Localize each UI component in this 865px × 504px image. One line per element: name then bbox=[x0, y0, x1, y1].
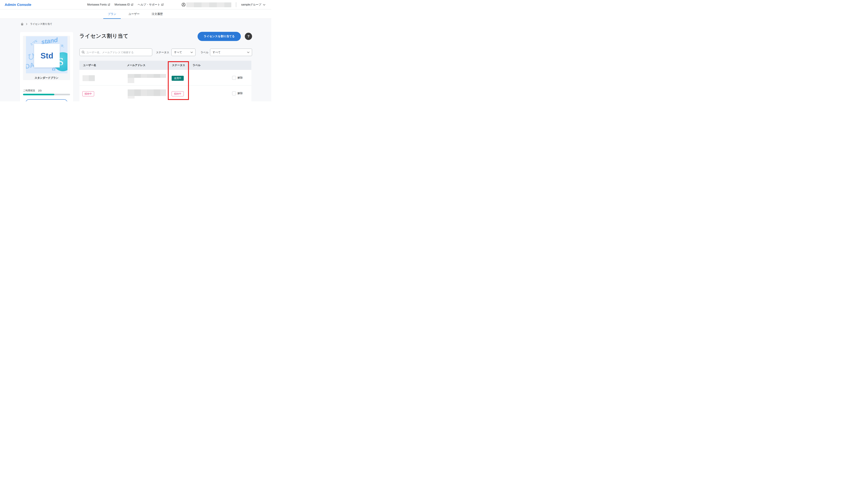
top-nav: Morisawa Fonts Morisawa ID ヘルプ・サポート bbox=[87, 0, 164, 9]
breadcrumb-current: ライセンス割り当て bbox=[30, 23, 52, 26]
plan-image: とつな stand 世。 ひ DAR d S Std bbox=[26, 36, 68, 73]
app-header: Admin Console Morisawa Fonts Morisawa ID… bbox=[0, 0, 271, 9]
search-input[interactable] bbox=[86, 51, 150, 54]
nav-link-label: Morisawa Fonts bbox=[87, 3, 107, 6]
redacted-email bbox=[128, 90, 166, 96]
plan-detail-button[interactable] bbox=[25, 99, 68, 101]
usage-label: ご利用状況 bbox=[23, 89, 35, 92]
tabs: プラン ユーザー 注文履歴 bbox=[103, 9, 167, 19]
usage-progress-fill bbox=[23, 94, 54, 95]
plan-name: スタンダードプラン bbox=[23, 76, 70, 80]
release-checkbox[interactable] bbox=[232, 92, 236, 95]
admin-console-page: Admin Console Morisawa Fonts Morisawa ID… bbox=[0, 0, 271, 101]
invited-name-badge: 招待中 bbox=[82, 91, 94, 96]
redacted-email bbox=[128, 74, 166, 78]
label-filter-label: ラベル bbox=[200, 51, 208, 54]
external-link-icon bbox=[108, 3, 110, 6]
tab-bar: プラン ユーザー 注文履歴 bbox=[0, 9, 271, 19]
group-selector[interactable]: sampleグループ bbox=[241, 0, 265, 9]
redacted-email bbox=[128, 96, 135, 98]
table-row: 招待中 招待中 解除 bbox=[79, 85, 251, 101]
col-label: ラベル bbox=[193, 61, 200, 70]
release-label[interactable]: 解除 bbox=[238, 92, 243, 95]
search-icon bbox=[82, 51, 85, 54]
nav-link-label: Morisawa ID bbox=[115, 3, 130, 6]
help-button[interactable]: ? bbox=[245, 33, 252, 40]
chevron-down-icon bbox=[191, 51, 193, 53]
home-icon[interactable] bbox=[21, 23, 24, 25]
plan-card: とつな stand 世。 ひ DAR d S Std スタンダードプラン ご利用… bbox=[20, 32, 73, 101]
status-badge: 使用中 bbox=[172, 76, 184, 81]
usage-value: 2/3 bbox=[38, 89, 41, 92]
search-box bbox=[79, 48, 152, 56]
group-selector-label: sampleグループ bbox=[241, 3, 262, 7]
tab-order-history[interactable]: 注文履歴 bbox=[147, 9, 167, 19]
col-email: メールアドレス bbox=[127, 61, 146, 70]
nav-link-help-support[interactable]: ヘルプ・サポート bbox=[138, 3, 164, 7]
release-label[interactable]: 解除 bbox=[238, 76, 243, 79]
user-avatar-icon bbox=[182, 3, 186, 7]
status-filter-label: ステータス bbox=[156, 51, 169, 54]
assign-license-button[interactable]: ライセンスを割り当てる bbox=[198, 32, 241, 41]
redacted-account-name bbox=[186, 2, 231, 7]
breadcrumb: ライセンス割り当て bbox=[21, 23, 52, 26]
plan-panel: とつな stand 世。 ひ DAR d S Std スタンダードプラン bbox=[23, 36, 70, 80]
status-filter-select[interactable]: すべて bbox=[171, 49, 196, 56]
tab-plan[interactable]: プラン bbox=[103, 9, 121, 19]
page-title: ライセンス割り当て bbox=[79, 33, 128, 39]
col-status: ステータス bbox=[172, 61, 185, 70]
nav-link-morisawa-id[interactable]: Morisawa ID bbox=[115, 3, 134, 6]
chevron-down-icon bbox=[263, 4, 265, 5]
redacted-email bbox=[128, 78, 134, 83]
plan-std-tile: Std bbox=[34, 44, 60, 68]
table-header: ユーザー名 メールアドレス ステータス ラベル bbox=[79, 61, 251, 70]
tab-users[interactable]: ユーザー bbox=[124, 9, 144, 19]
status-badge: 招待中 bbox=[172, 91, 184, 96]
usage-progress-bar bbox=[23, 94, 70, 95]
external-link-icon bbox=[161, 3, 164, 6]
col-username: ユーザー名 bbox=[83, 61, 96, 70]
nav-link-morisawa-fonts[interactable]: Morisawa Fonts bbox=[87, 3, 110, 6]
redacted-user-name bbox=[82, 75, 95, 81]
label-filter-select[interactable]: すべて bbox=[210, 49, 252, 56]
external-link-icon bbox=[131, 3, 134, 6]
license-table: ユーザー名 メールアドレス ステータス ラベル 使用中 解除 招待中 招待中 解… bbox=[79, 61, 251, 101]
header-divider bbox=[236, 2, 236, 7]
nav-link-label: ヘルプ・サポート bbox=[138, 3, 160, 7]
breadcrumb-chevron-icon bbox=[26, 23, 28, 25]
chevron-down-icon bbox=[247, 51, 250, 53]
usage-status: ご利用状況 2/3 bbox=[23, 89, 42, 92]
app-logo[interactable]: Admin Console bbox=[5, 0, 31, 9]
table-row: 使用中 解除 bbox=[79, 70, 251, 85]
release-checkbox[interactable] bbox=[232, 76, 236, 80]
